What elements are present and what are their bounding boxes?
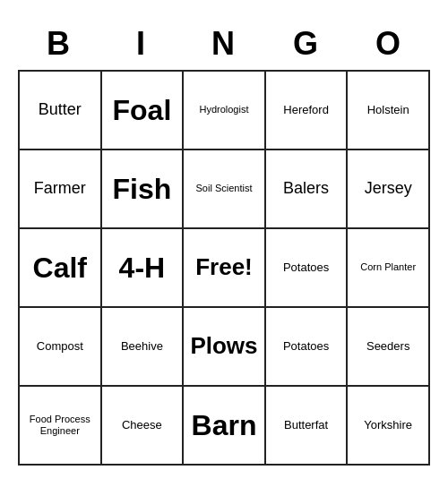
cell-r0-c2: Hydrologist [184,72,266,150]
cell-r1-c4: Jersey [348,150,430,229]
cell-text: Potatoes [270,313,343,380]
header-letter: N [183,21,265,66]
cell-r3-c2: Plows [184,308,266,387]
cell-text: Foal [106,77,179,143]
cell-text: Seeders [351,313,425,380]
cell-r2-c2: Free! [184,229,266,308]
header-letter: B [18,21,100,66]
bingo-card: BINGO ButterFoalHydrologistHerefordHolst… [9,13,439,474]
cell-r4-c4: Yorkshire [348,387,430,466]
cell-r3-c3: Potatoes [266,308,349,387]
cell-text: Farmer [23,156,97,222]
cell-text: Fish [106,156,179,222]
cell-r3-c0: Compost [20,308,102,387]
cell-text: Jersey [351,156,425,222]
cell-text: Cheese [106,392,179,458]
cell-r2-c3: Potatoes [266,229,349,308]
cell-text: Holstein [351,77,425,143]
cell-r1-c1: Fish [102,150,185,229]
header-letter: I [100,21,183,66]
cell-r2-c1: 4-H [102,229,185,308]
header-letter: O [348,21,430,66]
cell-text: Potatoes [270,235,343,301]
cell-r4-c0: Food Process Engineer [20,387,102,466]
cell-text: Beehive [106,313,179,380]
cell-text: Soil Scientist [187,156,261,222]
cell-text: Butterfat [270,392,343,458]
cell-text: Hydrologist [187,77,261,143]
cell-r2-c4: Corn Planter [348,229,430,308]
cell-text: Calf [23,235,97,301]
cell-text: Hereford [270,77,343,143]
cell-text: Corn Planter [351,235,425,301]
cell-r0-c4: Holstein [348,72,430,150]
cell-r1-c2: Soil Scientist [184,150,266,229]
cell-r4-c2: Barn [184,387,266,466]
cell-text: Yorkshire [351,392,425,458]
cell-text: Compost [23,313,97,380]
cell-text: Plows [187,313,261,380]
cell-text: Butter [23,77,97,143]
cell-r0-c0: Butter [20,72,102,150]
cell-r0-c1: Foal [102,72,185,150]
cell-r4-c1: Cheese [102,387,185,466]
cell-r3-c1: Beehive [102,308,185,387]
cell-r2-c0: Calf [20,229,102,308]
cell-text: Free! [187,235,261,301]
cell-text: Barn [187,392,261,458]
bingo-grid: ButterFoalHydrologistHerefordHolsteinFar… [18,70,430,466]
cell-r1-c0: Farmer [20,150,102,229]
cell-text: Food Process Engineer [23,392,97,458]
cell-text: Balers [270,156,343,222]
header-letter: G [265,21,348,66]
cell-r1-c3: Balers [266,150,349,229]
cell-r3-c4: Seeders [348,308,430,387]
cell-r4-c3: Butterfat [266,387,349,466]
cell-r0-c3: Hereford [266,72,349,150]
bingo-header: BINGO [18,21,430,66]
cell-text: 4-H [106,235,179,301]
